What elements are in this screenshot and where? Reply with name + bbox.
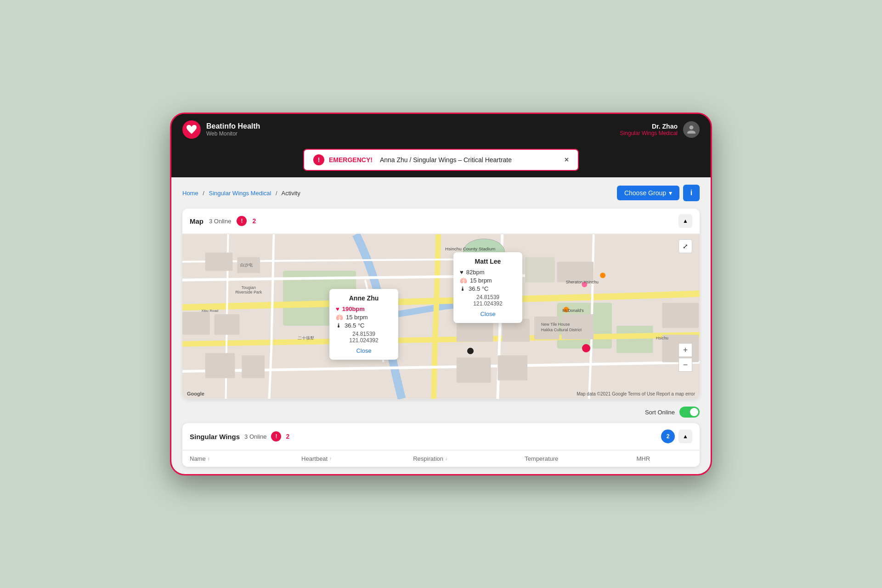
emergency-alert: ! EMERGENCY! Anna Zhu / Singular Wings –… (303, 149, 579, 171)
anne-resp-rate: 🫁 15 brpm (336, 314, 392, 321)
avatar[interactable] (683, 121, 700, 138)
top-bar: Beatinfo Health Web Monitor Dr. Zhao Sin… (171, 114, 711, 145)
svg-rect-4 (205, 253, 233, 271)
sort-controls: Sort Online (182, 407, 700, 418)
map-expand-button[interactable]: ⤢ (678, 239, 692, 253)
hospital-name: Singular Wings Medical (620, 130, 678, 136)
app-name: Beatinfo Health (206, 122, 260, 130)
sort-online-toggle[interactable] (679, 407, 700, 418)
matt-popup: Matt Lee ♥ 82bpm 🫁 15 brpm 🌡 36.5 °C (453, 252, 522, 323)
group-alert-count: 2 (286, 433, 289, 440)
emergency-message: Anna Zhu / Singular Wings – Critical Hea… (380, 156, 512, 164)
map-title: Map (190, 217, 204, 225)
logo-icon (182, 120, 201, 139)
map-background: Hsinchu County Stadium Sheraton Hsinchu … (182, 234, 700, 399)
svg-text:Riverside Park: Riverside Park (235, 290, 262, 294)
user-info: Dr. Zhao Singular Wings Medical (620, 123, 678, 136)
matt-popup-close[interactable]: Close (460, 311, 516, 317)
breadcrumb-sep2: / (276, 190, 277, 197)
map-alert-icon: ! (237, 216, 247, 226)
svg-text:Hsichu: Hsichu (656, 336, 668, 340)
group-alert-icon: ! (271, 431, 281, 441)
anne-heart-rate: ♥ 190bpm (336, 305, 392, 312)
svg-text:Xibu Road: Xibu Road (201, 309, 218, 313)
svg-rect-3 (616, 326, 653, 353)
map-container[interactable]: Hsinchu County Stadium Sheraton Hsinchu … (182, 234, 700, 399)
zoom-in-button[interactable]: + (678, 343, 692, 357)
svg-rect-11 (215, 314, 240, 335)
map-section-header: Map 3 Online ! 2 ▲ (182, 209, 700, 234)
breadcrumb-home[interactable]: Home (182, 190, 198, 197)
map-expand-area: ⤢ (678, 239, 692, 253)
svg-point-24 (600, 273, 605, 278)
map-alert-count: 2 (252, 217, 256, 225)
emergency-close-button[interactable]: × (565, 156, 569, 164)
col-name: Name ↕ (190, 455, 301, 462)
app-sub: Web Monitor (206, 130, 260, 137)
matt-popup-name: Matt Lee (460, 258, 516, 265)
breadcrumb: Home / Singular Wings Medical / Activity (182, 190, 300, 197)
col-heartbeat: Heartbeat ↑ (301, 455, 413, 462)
svg-text:Hsinchu County Stadium: Hsinchu County Stadium (445, 246, 495, 251)
map-zoom-controls: + − (678, 343, 692, 372)
logo-text: Beatinfo Health Web Monitor (206, 122, 260, 137)
resp-icon-2: 🫁 (460, 277, 467, 284)
emergency-banner: ! EMERGENCY! Anna Zhu / Singular Wings –… (171, 145, 711, 177)
group-section: Singular Wings 3 Online ! 2 2 ▲ Name ↕ H… (182, 423, 700, 467)
anne-popup-close[interactable]: Close (336, 347, 392, 354)
sort-name-icon[interactable]: ↕ (208, 456, 210, 461)
device-frame: Beatinfo Health Web Monitor Dr. Zhao Sin… (170, 113, 712, 475)
breadcrumb-current: Activity (282, 190, 300, 197)
map-online-badge: 3 Online (209, 218, 231, 225)
anne-popup: Anne Zhu ♥ 190bpm 🫁 15 brpm 🌡 36.5 °C (329, 289, 398, 360)
info-button[interactable]: i (683, 185, 700, 201)
sort-label: Sort Online (645, 409, 675, 416)
breadcrumb-sep1: / (203, 190, 204, 197)
anne-temp: 🌡 36.5 °C (336, 322, 392, 329)
matt-temp: 🌡 36.5 °C (460, 285, 516, 292)
map-collapse-button[interactable]: ▲ (678, 214, 692, 228)
svg-text:Tougian: Tougian (242, 285, 256, 290)
anne-popup-name: Anne Zhu (336, 294, 392, 302)
logo-area: Beatinfo Health Web Monitor (182, 120, 260, 139)
col-mhr: MHR (636, 455, 692, 462)
chevron-down-icon: ▾ (669, 189, 672, 197)
svg-text:二十張犁: 二十張犁 (298, 336, 314, 340)
breadcrumb-row: Home / Singular Wings Medical / Activity… (182, 185, 700, 201)
choose-group-button[interactable]: Choose Group ▾ (617, 186, 679, 200)
svg-text:Hakka Cultural District: Hakka Cultural District (541, 328, 582, 332)
heart-icon-2: ♥ (460, 269, 464, 276)
sort-respiration-icon[interactable]: ↓ (445, 456, 447, 461)
group-header: Singular Wings 3 Online ! 2 2 ▲ (182, 423, 700, 450)
user-area: Dr. Zhao Singular Wings Medical (620, 121, 700, 138)
anne-coords: 24.81539 121.024392 (336, 331, 392, 344)
svg-rect-18 (457, 358, 491, 383)
map-google-label: Google (187, 391, 204, 396)
emergency-label: EMERGENCY! (329, 156, 373, 164)
matt-map-marker[interactable] (467, 348, 474, 354)
group-collapse-button[interactable]: ▲ (678, 430, 692, 443)
sort-heartbeat-icon[interactable]: ↑ (329, 456, 332, 461)
group-title: Singular Wings (190, 433, 240, 441)
main-content: Home / Singular Wings Medical / Activity… (171, 177, 711, 474)
group-title-group: Singular Wings 3 Online ! 2 (190, 431, 289, 441)
temp-icon-2: 🌡 (460, 285, 466, 292)
zoom-out-button[interactable]: − (678, 358, 692, 372)
svg-text:白沙屯: 白沙屯 (240, 263, 253, 267)
svg-text:Sheraton Hsinchu: Sheraton Hsinchu (566, 280, 599, 284)
group-alert-circle: 2 (661, 430, 675, 443)
resp-icon: 🫁 (336, 314, 343, 321)
matt-resp-rate: 🫁 15 brpm (460, 277, 516, 284)
matt-heart-rate: ♥ 82bpm (460, 269, 516, 276)
col-respiration: Respiration ↓ (413, 455, 525, 462)
heart-icon: ♥ (336, 305, 339, 312)
col-temperature: Temperature (525, 455, 636, 462)
map-section: Map 3 Online ! 2 ▲ (182, 209, 700, 399)
patient-map-marker-2[interactable] (582, 344, 590, 352)
svg-rect-19 (498, 356, 527, 381)
breadcrumb-clinic[interactable]: Singular Wings Medical (209, 190, 271, 197)
map-title-group: Map 3 Online ! 2 (190, 216, 256, 226)
svg-rect-15 (562, 314, 594, 339)
emergency-icon: ! (313, 154, 324, 165)
map-footer: Map data ©2021 Google Terms of Use Repor… (577, 391, 695, 396)
